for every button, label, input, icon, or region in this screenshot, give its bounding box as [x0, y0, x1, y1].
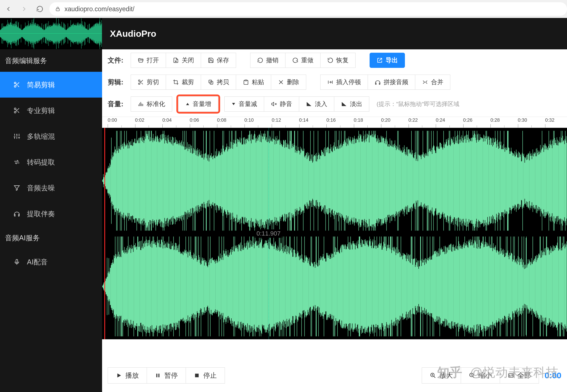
edit-label: 剪辑: — [108, 78, 128, 87]
forward-icon[interactable] — [18, 3, 30, 15]
triangle-up-icon — [185, 102, 190, 106]
sidebar-item-label: 转码提取 — [27, 158, 55, 167]
sidebar-item-label: 提取伴奏 — [27, 209, 55, 218]
playhead-time: 0:11.907 — [255, 229, 282, 238]
play-button[interactable]: 播放 — [108, 367, 147, 384]
crop-button[interactable]: 裁剪 — [166, 75, 201, 90]
fadein-button[interactable]: 淡入 — [299, 96, 334, 112]
headphones-icon — [13, 210, 21, 217]
cut-button[interactable]: 剪切 — [131, 75, 166, 90]
scissors-icon — [13, 81, 21, 88]
reload-icon[interactable] — [34, 3, 46, 15]
browser-bar: xaudiopro.com/easyedit/ — [0, 0, 567, 18]
volume-label: 音量: — [108, 100, 128, 109]
ruler-label: 0:04 — [162, 117, 172, 123]
highlighted-volup: 音量增 — [176, 94, 220, 114]
redo-button[interactable]: 重做 — [285, 53, 321, 68]
svg-point-7 — [139, 80, 140, 82]
fadeout-button[interactable]: 淡出 — [334, 96, 369, 112]
merge-button[interactable]: 合并 — [415, 75, 450, 90]
mute-icon — [271, 101, 277, 107]
delete-button[interactable]: 删除 — [271, 75, 306, 90]
history-icon — [327, 57, 333, 63]
ruler-label: 0:28 — [490, 117, 500, 123]
sidebar-item-denoise[interactable]: 音频去噪 — [0, 175, 102, 201]
sidebar-item-label: AI配音 — [27, 257, 48, 267]
headphones-icon — [375, 79, 381, 85]
stop-icon — [194, 372, 200, 379]
volume-hint: (提示："鼠标拖动"即可选择区域 — [377, 100, 459, 108]
app-title: XAudioPro — [102, 18, 567, 49]
svg-point-8 — [139, 83, 140, 85]
filter-icon — [13, 185, 21, 191]
scissors-icon — [13, 107, 21, 114]
time-ruler[interactable]: 0:000:020:040:060:080:100:120:140:160:18… — [102, 117, 567, 128]
sidebar-item-ai-tts[interactable]: AI配音 — [0, 249, 102, 275]
sidebar-item-vocalremove[interactable]: 提取伴奏 — [0, 201, 102, 227]
play-icon — [116, 372, 122, 379]
lock-icon — [55, 6, 61, 12]
url-bar[interactable]: xaudiopro.com/easyedit/ — [49, 2, 567, 16]
volume-down-button[interactable]: 音量减 — [224, 96, 264, 112]
svg-point-4 — [14, 108, 16, 110]
url-text: xaudiopro.com/easyedit/ — [64, 5, 134, 13]
ruler-label: 0:26 — [463, 117, 473, 123]
svg-rect-0 — [56, 9, 59, 11]
ruler-label: 0:06 — [190, 117, 199, 123]
ruler-label: 0:14 — [299, 117, 308, 123]
sidebar-item-multitrack[interactable]: 多轨缩混 — [0, 123, 102, 149]
restore-button[interactable]: 恢复 — [320, 53, 356, 68]
open-button[interactable]: 打开 — [131, 53, 166, 68]
sidebar-section-ai: 音频AI服务 — [0, 227, 102, 249]
ruler-label: 0:22 — [409, 117, 418, 123]
redo-icon — [292, 57, 298, 63]
undo-icon — [257, 57, 263, 63]
back-icon[interactable] — [2, 3, 15, 15]
export-button[interactable]: 导出 — [370, 53, 405, 68]
undo-button[interactable]: 撤销 — [250, 53, 285, 68]
zoomin-icon — [430, 372, 436, 379]
paste-button[interactable]: 粘贴 — [236, 75, 271, 90]
save-button[interactable]: 保存 — [201, 53, 236, 68]
stop-button[interactable]: 停止 — [186, 367, 225, 384]
ruler-label: 0:00 — [108, 117, 117, 123]
fadein-icon — [306, 101, 312, 107]
zoomall-button[interactable]: 全部 — [500, 367, 539, 384]
concat-button[interactable]: 拼接音频 — [368, 75, 415, 90]
waveform-area[interactable]: 0:11.907 — [102, 128, 567, 339]
export-icon — [377, 57, 383, 63]
ruler-label: 0:24 — [436, 117, 445, 123]
zoomin-button[interactable]: 放大 — [422, 367, 461, 384]
mute-button[interactable]: 静音 — [264, 96, 299, 112]
insert-silence-button[interactable]: 插入停顿 — [320, 75, 368, 90]
folder-open-icon — [138, 57, 144, 63]
copy-button[interactable]: 拷贝 — [201, 75, 236, 90]
ruler-label: 0:16 — [326, 117, 336, 123]
clipboard-icon — [243, 79, 249, 85]
normalize-button[interactable]: 标准化 — [131, 96, 172, 112]
volume-up-button[interactable]: 音量增 — [178, 96, 218, 112]
pause-button[interactable]: 暂停 — [147, 367, 186, 384]
file-label: 文件: — [108, 56, 128, 65]
zoomout-button[interactable]: 缩小 — [461, 367, 500, 384]
scissors-icon — [138, 79, 144, 85]
sidebar-item-label: 多轨缩混 — [27, 132, 55, 141]
sidebar-item-proedit[interactable]: 专业剪辑 — [0, 98, 102, 123]
ruler-label: 0:20 — [381, 117, 390, 123]
playback-row: 播放 暂停 停止 放大 缩小 全部 0:00 — [108, 366, 561, 385]
close-button[interactable]: 关闭 — [166, 53, 201, 68]
toolbar-file: 文件: 打开 关闭 保存 撤销 重做 恢复 导出 — [102, 49, 567, 71]
svg-rect-13 — [156, 374, 158, 377]
fit-icon — [508, 372, 514, 379]
save-icon — [208, 57, 214, 63]
copy-icon — [208, 79, 214, 85]
sidebar-item-label: 简易剪辑 — [27, 80, 55, 89]
mic-icon — [13, 259, 21, 265]
sidebar-item-label: 音频去噪 — [27, 183, 55, 193]
start-marker[interactable] — [104, 128, 105, 339]
sidebar-item-easyedit[interactable]: 简易剪辑 — [0, 72, 102, 98]
sidebar-item-transcode[interactable]: 转码提取 — [0, 149, 102, 175]
svg-rect-11 — [245, 80, 247, 81]
toolbar-edit: 剪辑: 剪切 裁剪 拷贝 粘贴 删除 插入停顿 拼接音频 合并 — [102, 71, 567, 93]
ruler-label: 0:12 — [272, 117, 281, 123]
